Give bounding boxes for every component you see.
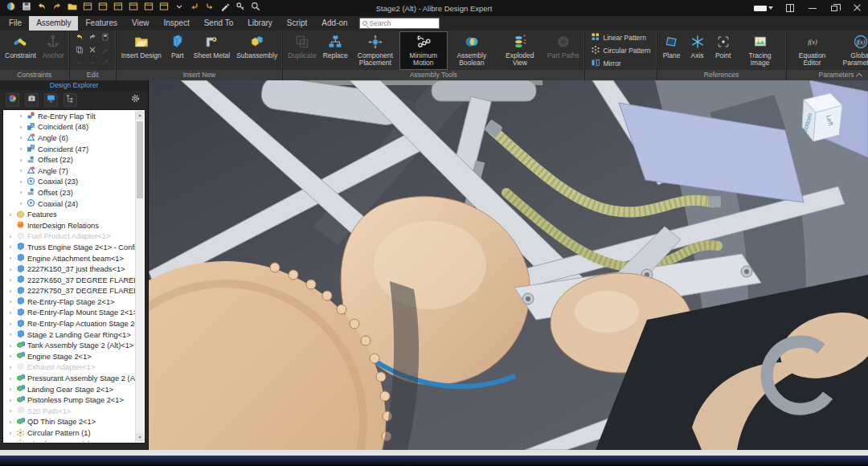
- tree-item-engine-stage-2-1[interactable]: ›Engine Stage 2<1>: [4, 351, 135, 362]
- snapshot-button[interactable]: [25, 93, 39, 107]
- replace-button[interactable]: Replace: [320, 31, 351, 70]
- tree-item-features[interactable]: ›Features: [4, 209, 135, 220]
- qat-turn-left-12[interactable]: [188, 2, 200, 14]
- expand-chevron-icon[interactable]: ›: [7, 364, 14, 371]
- expand-chevron-icon[interactable]: ›: [18, 167, 24, 174]
- tree-item-circular-pattern-1[interactable]: ›Circular Pattern (1): [4, 427, 135, 439]
- subassembly-button[interactable]: Subassembly: [233, 31, 280, 70]
- scroll-thumb[interactable]: [137, 121, 143, 198]
- tab-script[interactable]: Script: [280, 16, 315, 31]
- tree-item-coaxial-23[interactable]: ›Coaxial (23): [4, 177, 135, 188]
- expand-chevron-icon[interactable]: ›: [7, 397, 14, 404]
- tree-scrollbar[interactable]: ▲ ▼: [135, 111, 144, 442]
- search-box[interactable]: [359, 18, 440, 29]
- sheet-metal-button[interactable]: Sheet Metal: [190, 31, 233, 70]
- qat-doc-6[interactable]: [96, 2, 108, 14]
- expand-chevron-icon[interactable]: ›: [7, 331, 14, 338]
- search-input[interactable]: [370, 19, 436, 27]
- tree-item-tank-assembly-stage-2-alt-1[interactable]: ›Tank Assembly Stage 2 (Alt)<1>: [4, 340, 135, 351]
- tab-assembly[interactable]: Assembly: [29, 16, 78, 31]
- insert-design-button[interactable]: Insert Design: [118, 31, 165, 70]
- tree-item-2227k750-37-degree-flared-fitt[interactable]: ›2227K750_37 DEGREE FLARED FITT...: [4, 286, 135, 297]
- scroll-down-arrow[interactable]: ▼: [136, 433, 144, 442]
- edit-undo-button[interactable]: [74, 32, 86, 44]
- edit-redo-dim-button[interactable]: [87, 32, 99, 44]
- qat-magnifier-16[interactable]: [249, 2, 261, 14]
- expand-chevron-icon[interactable]: ›: [7, 407, 14, 415]
- qat-save-1[interactable]: [20, 2, 32, 14]
- expand-chevron-icon[interactable]: ›: [7, 276, 14, 284]
- tree-item-coincident-47[interactable]: ›Coincident (47): [4, 144, 135, 155]
- tree-item-fuel-product-adapter-1[interactable]: ›Fuel Product Adapter<1>: [4, 231, 135, 243]
- expand-chevron-icon[interactable]: ›: [7, 233, 14, 240]
- tree-item-coincident-48[interactable]: ›Coincident (48): [4, 122, 135, 133]
- layout-button[interactable]: [784, 3, 796, 13]
- tree-item-offset-22[interactable]: ›Offset (22): [4, 154, 135, 166]
- exploded-view-button[interactable]: Exploded View: [496, 31, 544, 70]
- tracing-image-button[interactable]: Tracing Image: [736, 31, 784, 70]
- tree-item-landing-gear-stage-2-1[interactable]: ›Landing Gear Stage 2<1>: [4, 384, 135, 395]
- expand-chevron-icon[interactable]: ›: [18, 145, 24, 153]
- global-parameters-button[interactable]: f(x)Global Parameters: [837, 31, 868, 70]
- tree-item-2227k150-37-just-theads-1[interactable]: ›2227K150_37 just theads<1>: [4, 264, 135, 275]
- linear-pattern-button[interactable]: Linear Pattern: [591, 32, 651, 43]
- qat-doc-10[interactable]: [158, 2, 170, 14]
- expand-chevron-icon[interactable]: ›: [18, 189, 24, 196]
- minimize-button[interactable]: [807, 3, 818, 13]
- tree-item-pressurant-assembly-stage-2-alt-1[interactable]: ›Pressurant Assembly Stage 2 (Alt)<1>: [4, 373, 135, 384]
- expand-chevron-icon[interactable]: ›: [7, 419, 14, 426]
- expand-chevron-icon[interactable]: ›: [18, 134, 24, 141]
- expand-chevron-icon[interactable]: ›: [7, 321, 14, 328]
- tree-item-qd-thin-stage-2-1[interactable]: ›QD Thin Stage 2<1>: [4, 417, 135, 428]
- tree-item-angle-7[interactable]: ›Angle (7): [4, 166, 135, 177]
- expand-chevron-icon[interactable]: ›: [18, 112, 24, 120]
- plane-button[interactable]: Plane: [659, 31, 685, 70]
- expand-chevron-icon[interactable]: ›: [7, 266, 14, 273]
- expand-chevron-icon[interactable]: ›: [7, 375, 14, 382]
- tree-item-angle-6[interactable]: ›Angle (6): [4, 133, 135, 144]
- expand-chevron-icon[interactable]: ›: [18, 124, 24, 131]
- tree-item-2227k650-37-degree-flared-fitt[interactable]: ›2227K650_37 DEGREE FLARED FITT...: [4, 275, 135, 286]
- settings-button[interactable]: [129, 93, 142, 107]
- tree-item-offset-23[interactable]: ›Offset (23): [4, 187, 135, 198]
- tab-features[interactable]: Features: [78, 16, 124, 31]
- qat-undo-2[interactable]: [35, 2, 47, 14]
- expand-chevron-icon[interactable]: ›: [7, 309, 14, 317]
- scroll-up-arrow[interactable]: ▲: [136, 111, 144, 120]
- expand-chevron-icon[interactable]: ›: [7, 342, 14, 350]
- edit-delete-button[interactable]: [87, 45, 99, 57]
- qat-doc-7[interactable]: [112, 2, 124, 14]
- expand-chevron-icon[interactable]: ›: [7, 211, 14, 219]
- display-mode-button[interactable]: [44, 93, 58, 107]
- qat-doc-8[interactable]: [127, 2, 139, 14]
- expand-chevron-icon[interactable]: ›: [7, 386, 14, 393]
- expand-chevron-icon[interactable]: ›: [7, 440, 14, 442]
- close-button[interactable]: [852, 3, 863, 13]
- constraint-button[interactable]: Constraint: [2, 31, 39, 70]
- tab-library[interactable]: Library: [240, 16, 280, 31]
- color-scheme-button[interactable]: [6, 93, 19, 107]
- circular-pattern-button[interactable]: Circular Pattern: [591, 45, 651, 56]
- assembly-boolean-button[interactable]: Assembly Boolean: [448, 31, 496, 70]
- tree-item-re-entry-flap-tilt[interactable]: ›Re-Entry Flap Tilt: [4, 111, 135, 122]
- expand-chevron-icon[interactable]: ›: [18, 157, 24, 164]
- qat-keys-15[interactable]: [234, 2, 246, 14]
- display-scheme-swatch[interactable]: [754, 6, 773, 11]
- restore-button[interactable]: [829, 3, 841, 13]
- tree-item-re-entry-flap-mount-stage-2-1[interactable]: ›Re-Entry-Flap Mount Stage 2<1>: [4, 308, 135, 319]
- expand-chevron-icon[interactable]: ›: [7, 255, 14, 262]
- edit-clipboard-button[interactable]: [100, 32, 112, 44]
- expand-chevron-icon[interactable]: ›: [7, 298, 14, 305]
- axis-button[interactable]: Axis: [685, 31, 710, 70]
- point-button[interactable]: Point: [710, 31, 736, 70]
- edit-copy-button[interactable]: [74, 45, 86, 57]
- tab-file[interactable]: File: [2, 16, 29, 31]
- component-placement-button[interactable]: Component Placement: [351, 31, 399, 70]
- tree-item-exhaust-adapter-1[interactable]: ›Exhaust Adapter<1>: [4, 362, 135, 374]
- viewport-3d[interactable]: Bottom Left: [149, 80, 868, 450]
- part-button[interactable]: Part: [165, 31, 190, 70]
- qat-redo-3[interactable]: [51, 2, 63, 14]
- tree-item-s20-path-1[interactable]: ›S20 Path<1>: [4, 406, 135, 417]
- expand-chevron-icon[interactable]: ›: [7, 243, 14, 251]
- minimum-motion-button[interactable]: Minimum Motion: [399, 31, 448, 70]
